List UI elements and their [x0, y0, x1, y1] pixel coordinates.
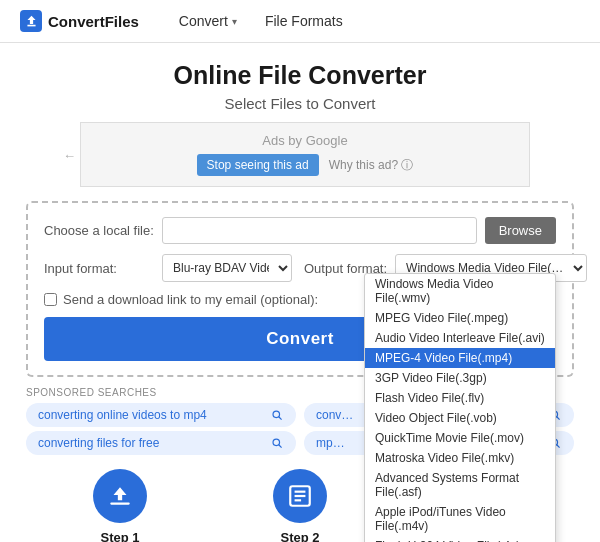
nav-item-fileformats[interactable]: File Formats: [265, 13, 343, 29]
file-row: Choose a local file: Browse: [44, 217, 556, 244]
ad-back-arrow[interactable]: ←: [63, 147, 76, 162]
ad-area: ← Ads by Google Stop seeing this ad Why …: [80, 122, 530, 187]
file-label: Choose a local file:: [44, 223, 154, 238]
logo-icon: [20, 10, 42, 32]
stop-seeing-button[interactable]: Stop seeing this ad: [197, 154, 319, 176]
header: ConvertFiles Convert ▾ File Formats: [0, 0, 600, 43]
svg-line-4: [279, 444, 282, 447]
format-icon: [287, 483, 313, 509]
dropdown-item-3gp[interactable]: 3GP Video File(.3gp): [365, 368, 555, 388]
search-icon-2: [271, 437, 284, 450]
step-2-icon-circle: [273, 469, 327, 523]
search-item-2[interactable]: converting files for free: [26, 431, 296, 455]
dropdown-item-wmv[interactable]: Windows Media Video File(.wmv): [365, 274, 555, 308]
page-title: Online File Converter: [20, 61, 580, 90]
svg-point-3: [273, 439, 280, 446]
why-ad-label[interactable]: Why this ad? ⓘ: [329, 157, 414, 174]
svg-line-8: [557, 444, 560, 447]
ads-label: Ads by Google: [91, 133, 519, 148]
output-format-dropdown: Windows Media Video File(.wmv) MPEG Vide…: [364, 273, 556, 542]
dropdown-item-m4v[interactable]: Apple iPod/iTunes Video File(.m4v): [365, 502, 555, 536]
dropdown-item-asf[interactable]: Advanced Systems Format File(.asf): [365, 468, 555, 502]
svg-line-2: [279, 416, 282, 419]
nav-fileformats-label: File Formats: [265, 13, 343, 29]
svg-point-1: [273, 411, 280, 418]
browse-button[interactable]: Browse: [485, 217, 556, 244]
svg-line-6: [557, 416, 560, 419]
svg-rect-9: [110, 503, 130, 505]
svg-rect-12: [295, 495, 306, 497]
nav-convert-label: Convert: [179, 13, 228, 29]
dropdown-item-vob[interactable]: Video Object File(.vob): [365, 408, 555, 428]
search-text-2: converting files for free: [38, 436, 265, 450]
svg-rect-0: [27, 24, 35, 26]
nav: Convert ▾ File Formats: [179, 13, 343, 29]
dropdown-item-mp4[interactable]: MPEG-4 Video File(.mp4): [365, 348, 555, 368]
chevron-down-icon: ▾: [232, 16, 237, 27]
dropdown-item-mkv[interactable]: Matroska Video File(.mkv): [365, 448, 555, 468]
nav-item-convert[interactable]: Convert ▾: [179, 13, 237, 29]
step-1-icon-circle: [93, 469, 147, 523]
converter-box: Choose a local file: Browse Input format…: [26, 201, 574, 377]
step-1-title: Step 1: [36, 530, 204, 542]
dropdown-item-4v[interactable]: Flash H.264 Video File(.4v): [365, 536, 555, 542]
search-text-1: converting online videos to mp4: [38, 408, 265, 422]
search-col-1: converting online videos to mp4 converti…: [26, 403, 296, 455]
search-item-1[interactable]: converting online videos to mp4: [26, 403, 296, 427]
svg-rect-13: [295, 499, 302, 501]
svg-rect-11: [295, 491, 306, 493]
logo: ConvertFiles: [20, 10, 139, 32]
search-icon-1: [271, 409, 284, 422]
file-input[interactable]: [162, 217, 477, 244]
dropdown-item-mov[interactable]: QuickTime Movie File(.mov): [365, 428, 555, 448]
page-subtitle: Select Files to Convert: [20, 95, 580, 112]
dropdown-item-avi[interactable]: Audio Video Interleave File(.avi): [365, 328, 555, 348]
step-1: Step 1 Select a file from your computer: [30, 469, 210, 542]
email-checkbox[interactable]: [44, 293, 57, 306]
dropdown-item-flv[interactable]: Flash Video File(.flv): [365, 388, 555, 408]
input-format-select[interactable]: Blu-ray BDAV Video File(.m…: [162, 254, 292, 282]
main-content: Online File Converter Select Files to Co…: [0, 43, 600, 542]
step-2-title: Step 2: [216, 530, 384, 542]
email-label: Send a download link to my email (option…: [63, 292, 318, 307]
step-2: Step 2 Choose a destination format. (We …: [210, 469, 390, 542]
upload-icon: [107, 483, 133, 509]
dropdown-item-mpeg[interactable]: MPEG Video File(.mpeg): [365, 308, 555, 328]
logo-text: ConvertFiles: [48, 13, 139, 30]
logo-svg-icon: [25, 15, 38, 28]
input-format-label: Input format:: [44, 261, 154, 276]
